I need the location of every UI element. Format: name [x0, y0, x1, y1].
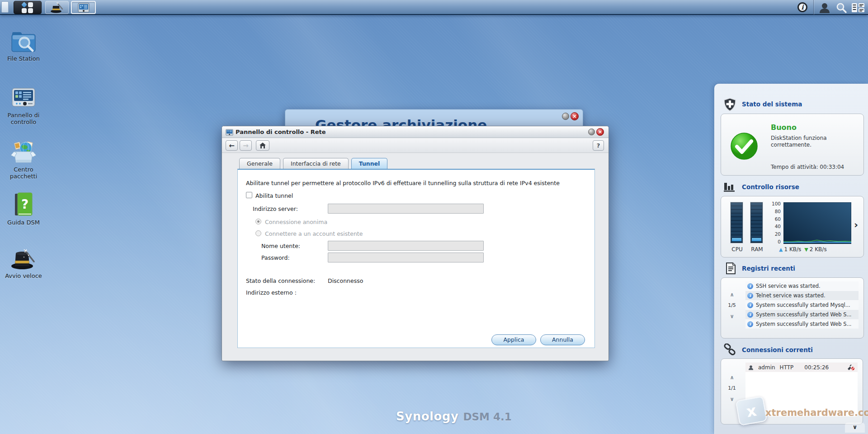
recent-logs-card: ∧ 1/5 ∨ iSSH service was started. iTelne…	[721, 277, 864, 339]
logs-pager: 1/5	[726, 302, 738, 308]
user-icon	[748, 365, 754, 370]
taskbar-separator	[813, 0, 814, 15]
existing-account-label: Connettere a un account esistente	[265, 230, 363, 237]
resource-monitor-card: CPU RAM 100 80 60 40 20 0 ▲ 1 KB/s ▼ 2 K…	[721, 196, 864, 258]
info-icon: i	[747, 302, 753, 308]
tab-generale[interactable]: Generale	[239, 158, 280, 169]
help-button[interactable]: ?	[593, 140, 604, 151]
main-menu-button[interactable]	[14, 1, 42, 14]
upload-legend: ▲ 1 KB/s ▼ 2 KB/s	[779, 246, 827, 253]
pilot-view-icon[interactable]	[851, 2, 865, 14]
folder-search-icon	[10, 30, 37, 53]
desktop-icon-label: File Station	[2, 55, 45, 62]
control-panel-network-dialog: Pannello di controllo - Rete × ← → ? Gen…	[222, 126, 609, 361]
svg-text:?: ?	[21, 197, 28, 212]
info-icon[interactable]: i	[797, 2, 807, 12]
user-icon[interactable]	[817, 2, 832, 14]
apply-button[interactable]: Applica	[491, 334, 536, 345]
status-good-check-icon	[730, 132, 758, 160]
dialog-title: Pannello di controllo - Rete	[236, 126, 326, 138]
shield-icon	[724, 98, 736, 111]
current-connections-title: Connessioni correnti	[742, 346, 813, 353]
dsm-version: DSM 4.1	[463, 411, 511, 423]
system-state-value: Buono	[771, 123, 797, 132]
home-button[interactable]	[256, 140, 269, 151]
desktop-icon-dsm-help[interactable]: ? Guida DSM	[2, 191, 45, 226]
connections-page-up-button[interactable]: ∧	[727, 374, 737, 381]
system-state-description: DiskStation funziona correttamente.	[771, 135, 857, 148]
enable-tunnel-label: Abilita tunnel	[255, 192, 293, 199]
show-desktop-button[interactable]	[1, 1, 9, 13]
tab-tunnel[interactable]: Tunnel	[351, 158, 388, 169]
system-status-title: Stato del sistema	[742, 100, 802, 108]
connections-page-down-button[interactable]: ∨	[727, 396, 737, 402]
info-icon: i	[747, 293, 753, 299]
connection-protocol: HTTP	[780, 364, 794, 371]
desktop-icon-control-panel[interactable]: Pannello di controllo	[2, 84, 45, 125]
desktop-icon-label: Centro pacchetti	[2, 166, 45, 180]
enable-tunnel-checkbox[interactable]	[246, 192, 252, 198]
log-row[interactable]: iSystem successfully started Web S...	[745, 310, 859, 319]
server-address-label: Indirizzo server:	[253, 205, 298, 212]
server-address-field	[328, 204, 484, 214]
connection-time: 00:25:26	[804, 364, 829, 371]
ram-label: RAM	[750, 246, 764, 253]
system-status-card: Buono DiskStation funziona correttamente…	[721, 114, 864, 176]
connection-status-value: Disconnesso	[328, 277, 363, 284]
control-panel-window-icon	[226, 129, 233, 136]
panel-scroll-down-button[interactable]: ∨	[845, 423, 865, 433]
magic-hat-icon	[50, 2, 64, 14]
cpu-label: CPU	[731, 246, 744, 253]
log-row[interactable]: iTelnet service was started.	[745, 291, 859, 300]
uptime-value: Tempo di attività: 00:33:04	[771, 164, 844, 170]
bar-chart-icon	[723, 182, 736, 193]
synology-logo: Synology	[396, 410, 458, 423]
search-icon[interactable]	[834, 2, 849, 14]
connection-user: admin	[758, 364, 775, 371]
log-row[interactable]: iSystem successfully started Mysql...	[745, 300, 859, 310]
existing-account-radio	[255, 230, 261, 236]
log-list: iSSH service was started. iTelnet servic…	[745, 281, 859, 329]
external-address-label: Indirizzo esterno :	[246, 289, 297, 296]
log-row[interactable]: iSSH service was started.	[745, 281, 859, 291]
password-label: Password:	[261, 254, 290, 261]
dialog-titlebar[interactable]: Pannello di controllo - Rete ×	[222, 126, 609, 138]
back-button[interactable]: ←	[226, 140, 238, 151]
package-center-icon	[10, 140, 37, 164]
logs-page-down-button[interactable]: ∨	[727, 313, 737, 320]
info-icon: i	[747, 312, 753, 318]
desktop-icon-file-station[interactable]: File Station	[2, 27, 45, 62]
desktop-icon-label: Pannello di controllo	[2, 112, 45, 125]
close-icon[interactable]: ×	[596, 128, 604, 136]
widget-panel: Stato del sistema Buono DiskStation funz…	[714, 84, 868, 434]
cancel-button[interactable]: Annulla	[540, 334, 585, 345]
close-icon[interactable]: ×	[571, 112, 579, 120]
minimize-button[interactable]	[562, 113, 569, 120]
disconnect-icon[interactable]	[847, 364, 855, 371]
chain-link-icon	[724, 343, 736, 356]
download-arrow-icon: ▼	[804, 247, 808, 253]
tab-row: Generale Interfaccia di rete Tunnel	[239, 158, 390, 169]
control-panel-taskbar-button-active[interactable]	[71, 1, 96, 14]
tunnel-tab-panel: Abilitare tunnel per permettere al proto…	[237, 169, 595, 348]
connection-row[interactable]: admin HTTP 00:25:26	[745, 362, 858, 372]
connection-status-label: Stato della connessione:	[246, 277, 315, 284]
cpu-gauge	[731, 202, 743, 243]
forward-button: →	[240, 140, 252, 151]
tunnel-description: Abilitare tunnel per permettere al proto…	[246, 180, 560, 186]
logs-page-up-button[interactable]: ∧	[727, 291, 737, 298]
xtremehardware-logo: x	[736, 396, 768, 426]
tab-interfaccia-di-rete[interactable]: Interfaccia di rete	[283, 158, 349, 169]
expand-resource-monitor-button[interactable]: ›	[854, 219, 858, 230]
desktop-icon-quick-start[interactable]: Avvio veloce	[2, 244, 45, 279]
anonymous-connection-radio	[255, 219, 261, 224]
main-menu-grid-icon	[22, 2, 34, 13]
quick-start-taskbar-button[interactable]	[45, 1, 69, 14]
minimize-button[interactable]	[588, 129, 595, 135]
anonymous-connection-label: Connessione anonima	[265, 219, 327, 225]
desktop-icon-label: Avvio veloce	[2, 272, 45, 279]
network-traffic-chart	[783, 202, 851, 244]
desktop-icon-package-center[interactable]: Centro pacchetti	[2, 138, 45, 180]
upload-arrow-icon: ▲	[779, 247, 783, 253]
log-row[interactable]: iSystem successfully started Web S...	[745, 320, 859, 329]
